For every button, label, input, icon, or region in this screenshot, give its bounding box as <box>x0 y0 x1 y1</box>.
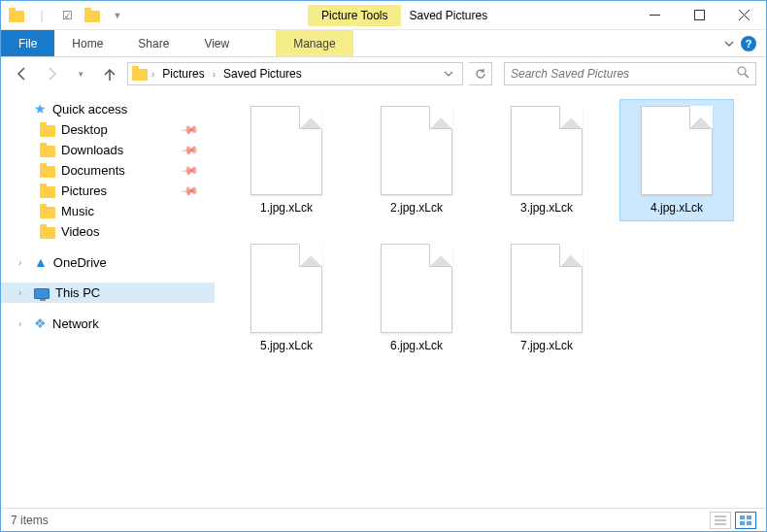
file-name: 3.jpg.xLck <box>520 201 573 215</box>
folder-icon[interactable] <box>5 5 28 26</box>
file-item[interactable]: 3.jpg.xLck <box>490 100 603 220</box>
properties-icon[interactable]: ☑ <box>55 5 79 26</box>
address-dropdown-icon[interactable] <box>439 69 458 79</box>
file-item[interactable]: 2.jpg.xLck <box>360 100 473 220</box>
breadcrumb[interactable]: Pictures <box>158 67 208 81</box>
folder-icon <box>40 227 55 239</box>
sidebar-item-downloads[interactable]: Downloads📌 <box>1 140 215 160</box>
file-icon <box>250 244 322 333</box>
ribbon-expand-icon[interactable] <box>723 38 735 50</box>
sidebar-item-desktop[interactable]: Desktop📌 <box>1 119 215 140</box>
pin-icon: 📌 <box>180 119 199 139</box>
sidebar-network[interactable]: › ❖ Network <box>1 313 215 334</box>
svg-rect-11 <box>747 515 751 519</box>
file-icon <box>511 106 583 195</box>
sidebar-item-label: Documents <box>61 163 125 178</box>
quick-access-toolbar: | ☑ ▼ <box>1 5 133 26</box>
file-item[interactable]: 6.jpg.xLck <box>360 238 473 358</box>
sidebar-item-pictures[interactable]: Pictures📌 <box>1 181 215 201</box>
window-controls <box>632 1 766 30</box>
file-view[interactable]: 1.jpg.xLck2.jpg.xLck3.jpg.xLck4.jpg.xLck… <box>215 90 766 508</box>
chevron-right-icon: › <box>18 318 28 329</box>
search-input[interactable] <box>511 67 737 81</box>
file-name: 1.jpg.xLck <box>260 201 313 215</box>
up-button[interactable] <box>98 62 121 85</box>
folder-icon <box>40 207 55 218</box>
file-name: 7.jpg.xLck <box>520 339 573 352</box>
svg-rect-12 <box>740 521 745 525</box>
forward-button[interactable] <box>40 62 63 85</box>
svg-rect-1 <box>694 11 704 20</box>
svg-point-5 <box>738 67 746 75</box>
sidebar-onedrive[interactable]: › ▲ OneDrive <box>1 251 215 273</box>
chevron-right-icon[interactable]: › <box>150 69 156 80</box>
back-button[interactable] <box>11 62 34 85</box>
search-icon[interactable] <box>737 66 750 82</box>
qat-dropdown-icon[interactable]: ▼ <box>106 5 129 26</box>
file-item[interactable]: 4.jpg.xLck <box>620 100 733 220</box>
pin-icon: 📌 <box>180 160 199 180</box>
sidebar-label: Quick access <box>52 102 127 116</box>
maximize-button[interactable] <box>677 1 721 30</box>
file-name: 6.jpg.xLck <box>390 339 443 352</box>
status-bar: 7 items <box>1 508 766 531</box>
file-item[interactable]: 1.jpg.xLck <box>230 100 343 220</box>
file-icon <box>250 106 322 195</box>
sidebar-item-label: Pictures <box>61 183 107 198</box>
folder-icon <box>40 166 55 178</box>
folder-icon <box>40 186 55 198</box>
sidebar-this-pc[interactable]: › This PC <box>1 283 215 303</box>
pin-icon: 📌 <box>180 140 199 159</box>
star-icon: ★ <box>34 101 47 116</box>
navigation-pane: ★ Quick access Desktop📌Downloads📌Documen… <box>1 90 215 508</box>
sidebar-item-videos[interactable]: Videos <box>1 221 215 242</box>
file-tab[interactable]: File <box>1 30 54 56</box>
chevron-right-icon[interactable]: › <box>211 69 217 80</box>
tab-manage[interactable]: Manage <box>276 30 352 56</box>
context-tab-label: Picture Tools <box>308 5 401 26</box>
sidebar-item-label: Downloads <box>61 143 123 157</box>
ribbon: File Home Share View Manage ? <box>1 30 766 57</box>
help-icon[interactable]: ? <box>741 36 756 51</box>
sidebar-item-label: Desktop <box>61 122 108 137</box>
file-icon <box>381 106 452 195</box>
chevron-right-icon: › <box>18 257 28 268</box>
sidebar-item-documents[interactable]: Documents📌 <box>1 160 215 181</box>
pin-icon: 📌 <box>180 181 199 200</box>
file-icon <box>641 106 713 195</box>
tab-home[interactable]: Home <box>54 30 120 56</box>
address-bar[interactable]: › Pictures › Saved Pictures <box>127 62 463 85</box>
file-item[interactable]: 7.jpg.xLck <box>490 238 603 358</box>
address-folder-icon <box>132 69 148 81</box>
file-name: 4.jpg.xLck <box>650 201 703 215</box>
new-folder-icon[interactable] <box>81 5 104 26</box>
sidebar-label: OneDrive <box>53 255 107 270</box>
sidebar-item-label: Music <box>61 204 94 218</box>
refresh-button[interactable] <box>469 62 492 85</box>
sidebar-label: This PC <box>55 285 100 300</box>
view-icons-button[interactable] <box>735 512 756 529</box>
svg-line-6 <box>745 74 749 78</box>
tab-view[interactable]: View <box>186 30 247 56</box>
minimize-button[interactable] <box>632 1 677 30</box>
svg-rect-10 <box>740 515 745 519</box>
sidebar-item-music[interactable]: Music <box>1 201 215 221</box>
sidebar-quick-access[interactable]: ★ Quick access <box>1 98 215 119</box>
search-box[interactable] <box>504 62 756 85</box>
item-count: 7 items <box>11 514 49 527</box>
folder-icon <box>40 125 55 137</box>
window-title: Saved Pictures <box>409 9 487 22</box>
view-details-button[interactable] <box>710 512 731 529</box>
close-button[interactable] <box>721 1 766 30</box>
monitor-icon <box>34 288 50 299</box>
navigation-bar: ▾ › Pictures › Saved Pictures <box>1 57 766 90</box>
svg-rect-13 <box>747 521 751 525</box>
file-icon <box>381 244 452 333</box>
tab-share[interactable]: Share <box>120 30 186 56</box>
breadcrumb[interactable]: Saved Pictures <box>219 67 306 81</box>
recent-dropdown-icon[interactable]: ▾ <box>69 62 92 85</box>
qat-separator: | <box>30 5 53 26</box>
file-item[interactable]: 5.jpg.xLck <box>230 238 343 358</box>
file-icon <box>511 244 583 333</box>
file-name: 5.jpg.xLck <box>260 339 313 352</box>
